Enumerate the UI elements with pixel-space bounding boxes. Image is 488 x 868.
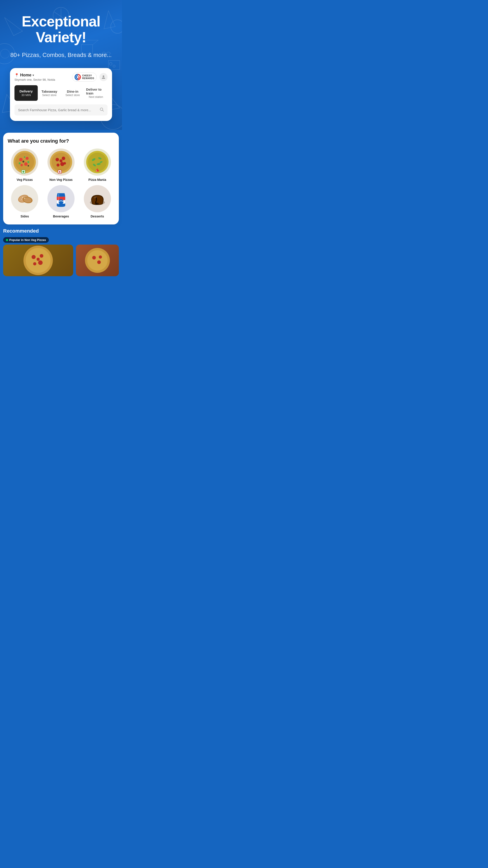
tab-takeaway-sublabel: Select store xyxy=(42,94,57,97)
nonveg-pizza-image xyxy=(47,149,74,176)
location-address: Skymark one, Sector 98, Noida xyxy=(14,78,55,81)
svg-point-68 xyxy=(95,203,99,205)
svg-point-42 xyxy=(59,159,62,162)
food-item-veg-pizzas[interactable]: Veg Pizzas xyxy=(8,149,42,182)
food-item-nonveg-pizzas[interactable]: Non Veg Pizzas xyxy=(44,149,78,182)
popular-badge: Popular in Non Veg Pizzas xyxy=(3,237,49,243)
sides-image xyxy=(11,185,38,212)
tab-dinein-label: Dine-in xyxy=(67,90,78,93)
veg-pizza-image xyxy=(11,149,38,176)
svg-point-61 xyxy=(21,199,22,199)
svg-point-11 xyxy=(109,63,112,65)
svg-point-40 xyxy=(60,162,64,166)
svg-point-24 xyxy=(15,153,34,172)
svg-point-35 xyxy=(22,171,24,173)
location-pin-icon: 📍 xyxy=(14,73,19,77)
preview-card-2[interactable] xyxy=(76,245,119,276)
svg-point-81 xyxy=(97,260,101,264)
svg-point-29 xyxy=(19,162,21,164)
profile-button[interactable] xyxy=(99,73,107,81)
svg-point-43 xyxy=(64,162,66,164)
svg-point-26 xyxy=(26,157,29,160)
tab-dinein[interactable]: Dine-in Select store xyxy=(61,85,84,101)
recommended-title: Recommended xyxy=(3,228,119,234)
tab-delivery-label: Delivery xyxy=(20,89,33,93)
tab-takeaway-label: Takeaway xyxy=(41,90,57,93)
svg-point-39 xyxy=(62,157,65,160)
beverages-label: Beverages xyxy=(53,215,69,218)
tab-delivery[interactable]: Delivery 30 MIN xyxy=(14,85,38,101)
cheesy-rewards-button[interactable]: CHEESYREWARDS xyxy=(72,72,97,82)
rewards-text: CHEESYREWARDS xyxy=(82,74,94,80)
popular-badge-text: Popular in Non Veg Pizzas xyxy=(9,238,46,242)
tab-delivery-sublabel: 30 MIN xyxy=(22,93,31,97)
location-area[interactable]: 📍 Home ▾ Skymark one, Sector 98, Noida xyxy=(14,73,55,81)
svg-point-30 xyxy=(27,161,29,163)
svg-point-60 xyxy=(24,198,25,199)
chevron-down-icon: ▾ xyxy=(33,74,34,77)
location-name: Home xyxy=(20,73,31,78)
svg-point-28 xyxy=(21,164,23,166)
popular-dot-icon xyxy=(6,239,8,241)
tab-takeaway[interactable]: Takeaway Select store xyxy=(38,85,61,101)
svg-point-78 xyxy=(87,250,107,271)
tab-train-label: Deliver to train xyxy=(86,88,106,95)
svg-point-59 xyxy=(22,197,23,198)
svg-rect-10 xyxy=(108,61,120,70)
pizza-mania-image: ▲ xyxy=(84,149,111,176)
search-bar[interactable] xyxy=(14,104,107,116)
search-icon xyxy=(99,107,104,113)
order-tabs: Delivery 30 MIN Takeaway Select store Di… xyxy=(14,85,107,101)
veg-pizza-label: Veg Pizzas xyxy=(17,178,33,182)
svg-point-31 xyxy=(24,156,26,158)
svg-point-32 xyxy=(22,161,24,163)
svg-point-80 xyxy=(99,255,102,258)
food-grid: Veg Pizzas Non Veg Pizzas xyxy=(8,149,114,218)
hero-subtitle: 80+ Pizzas, Combos, Breads & more... xyxy=(7,51,115,59)
hero-title: Exceptional Variety! xyxy=(7,13,115,45)
svg-point-25 xyxy=(19,158,23,161)
svg-point-41 xyxy=(57,164,59,166)
food-item-desserts[interactable]: Desserts xyxy=(80,185,114,218)
svg-point-72 xyxy=(32,255,36,259)
svg-point-79 xyxy=(92,256,96,259)
svg-point-20 xyxy=(103,75,104,77)
svg-point-33 xyxy=(28,165,29,166)
desserts-image xyxy=(84,185,111,212)
svg-point-73 xyxy=(40,254,43,258)
svg-point-74 xyxy=(38,260,43,265)
food-preview xyxy=(3,245,119,276)
svg-text:▲: ▲ xyxy=(96,170,97,171)
desserts-label: Desserts xyxy=(91,215,104,218)
food-item-pizza-mania[interactable]: ▲ Pizza Mania xyxy=(80,149,114,182)
rewards-icon xyxy=(74,74,81,80)
tab-train[interactable]: Deliver to train Next station xyxy=(84,85,107,101)
location-label: 📍 Home ▾ xyxy=(14,73,55,78)
svg-point-76 xyxy=(37,258,40,261)
nonveg-pizza-label: Non Veg Pizzas xyxy=(50,178,73,182)
svg-point-12 xyxy=(113,65,115,67)
tab-train-sublabel: Next station xyxy=(89,95,103,98)
food-item-beverages[interactable]: Beverages xyxy=(44,185,78,218)
pizza-mania-label: Pizza Mania xyxy=(88,178,106,182)
svg-point-38 xyxy=(56,158,59,161)
svg-line-22 xyxy=(103,110,104,112)
craving-title: What are you craving for? xyxy=(8,138,114,144)
search-input[interactable] xyxy=(18,108,97,112)
svg-point-19 xyxy=(77,76,78,78)
header-right: CHEESYREWARDS xyxy=(72,72,107,82)
svg-rect-66 xyxy=(58,194,59,205)
svg-point-75 xyxy=(33,262,36,266)
beverages-image xyxy=(47,185,74,212)
preview-card-1[interactable] xyxy=(3,245,73,276)
recommended-section: Recommended Popular in Non Veg Pizzas xyxy=(3,228,119,281)
sides-label: Sides xyxy=(21,215,29,218)
app-card: 📍 Home ▾ Skymark one, Sector 98, Noida xyxy=(10,68,112,121)
tab-dinein-sublabel: Select store xyxy=(66,94,80,97)
craving-section: What are you craving for? xyxy=(3,133,119,224)
app-header: 📍 Home ▾ Skymark one, Sector 98, Noida xyxy=(14,72,107,82)
hero-section: ✦ ✦ Exceptional Variety! 80+ Pizzas, Com… xyxy=(0,0,122,130)
food-item-sides[interactable]: Sides xyxy=(8,185,42,218)
svg-rect-62 xyxy=(58,191,64,193)
svg-point-27 xyxy=(24,162,28,166)
